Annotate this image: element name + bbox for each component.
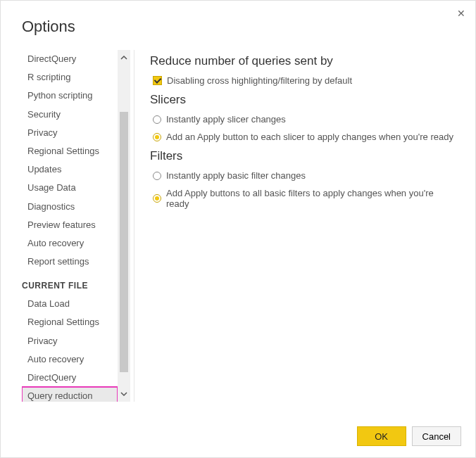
radio-slicer-instant-label: Instantly apply slicer changes <box>166 114 286 125</box>
sidebar-item-privacy[interactable]: Privacy <box>22 124 118 142</box>
radio-slicer-instant[interactable] <box>153 115 161 124</box>
scroll-up-icon[interactable] <box>118 51 130 64</box>
dialog-title: Options <box>1 1 475 36</box>
sidebar-item-usage-data[interactable]: Usage Data <box>22 179 118 197</box>
radio-filter-apply-button-label: Add Apply buttons to all basic filters t… <box>166 188 454 209</box>
sidebar-item-r-scripting[interactable]: R scripting <box>22 68 118 87</box>
checkbox-disable-cross-highlight-label: Disabling cross highlighting/filtering b… <box>167 75 352 86</box>
sidebar-item-regional-settings-file[interactable]: Regional Settings <box>22 313 118 331</box>
ok-button[interactable]: OK <box>357 426 406 446</box>
sidebar-item-updates[interactable]: Updates <box>22 160 118 179</box>
sidebar-item-security[interactable]: Security <box>22 106 118 124</box>
close-icon[interactable]: ✕ <box>456 8 467 19</box>
cancel-button[interactable]: Cancel <box>412 426 461 446</box>
sidebar-item-diagnostics[interactable]: Diagnostics <box>22 198 118 216</box>
sidebar-item-directquery-file[interactable]: DirectQuery <box>22 369 118 387</box>
main-panel: Reduce number of queries sent by Disabli… <box>134 50 461 402</box>
sidebar-item-python-scripting[interactable]: Python scripting <box>22 87 118 105</box>
scroll-thumb[interactable] <box>120 112 128 372</box>
sidebar-item-privacy-file[interactable]: Privacy <box>22 332 118 350</box>
sidebar-item-data-load[interactable]: Data Load <box>22 295 118 313</box>
radio-filter-instant-label: Instantly apply basic filter changes <box>166 170 306 181</box>
sidebar-item-directquery[interactable]: DirectQuery <box>22 50 118 68</box>
section-slicers-title: Slicers <box>150 93 454 107</box>
sidebar-item-preview-features[interactable]: Preview features <box>22 216 118 234</box>
sidebar-header-current-file: CURRENT FILE <box>22 271 118 295</box>
radio-filter-instant[interactable] <box>153 172 161 180</box>
section-reduce-title: Reduce number of queries sent by <box>150 54 454 68</box>
sidebar-item-auto-recovery-file[interactable]: Auto recovery <box>22 350 118 369</box>
sidebar-item-auto-recovery[interactable]: Auto recovery <box>22 234 118 253</box>
scroll-down-icon[interactable] <box>118 388 130 400</box>
radio-filter-apply-button[interactable] <box>153 194 161 203</box>
sidebar: DirectQuery R scripting Python scripting… <box>22 50 118 402</box>
radio-slicer-apply-button[interactable] <box>153 133 161 141</box>
sidebar-item-query-reduction[interactable]: Query reduction <box>22 387 118 402</box>
checkbox-disable-cross-highlight[interactable] <box>153 76 162 85</box>
radio-slicer-apply-button-label: Add an Apply button to each slicer to ap… <box>166 132 453 142</box>
sidebar-scrollbar[interactable] <box>118 50 130 402</box>
sidebar-item-regional-settings[interactable]: Regional Settings <box>22 142 118 160</box>
sidebar-item-report-settings[interactable]: Report settings <box>22 253 118 271</box>
section-filters-title: Filters <box>150 149 454 163</box>
